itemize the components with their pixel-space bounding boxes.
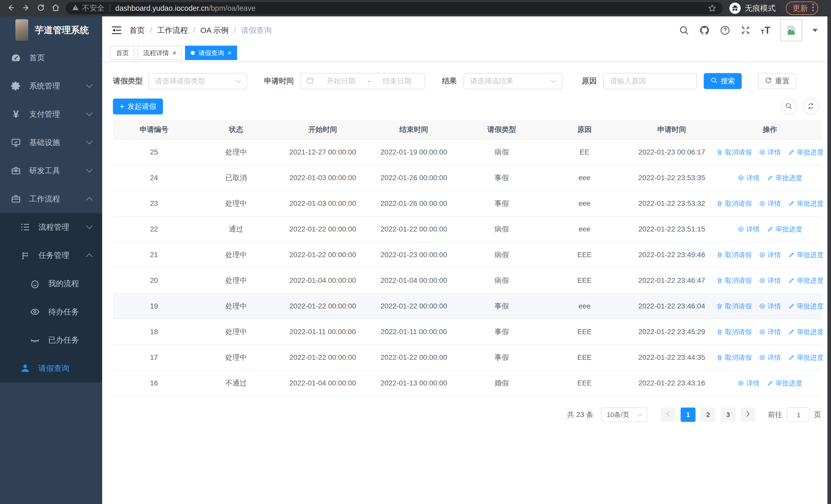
result-select[interactable]: 请选择流结果: [463, 73, 562, 89]
security-status[interactable]: 不安全: [72, 3, 105, 13]
refresh-table-button[interactable]: [803, 98, 819, 114]
sidebar-item-infrastructure[interactable]: 基础设施: [0, 128, 102, 156]
reset-button[interactable]: 重置: [758, 73, 796, 89]
action-cancel-link[interactable]: 取消请假: [716, 276, 752, 285]
action-detail-link[interactable]: 详情: [738, 225, 760, 234]
page-button-3[interactable]: 3: [721, 408, 736, 422]
action-progress-link[interactable]: 审批进度: [788, 353, 824, 362]
action-cancel-link[interactable]: 取消请假: [716, 353, 752, 362]
cell-end-time: 2022-01-11 00:00:00: [368, 328, 459, 336]
sidebar-item-process-mgmt[interactable]: 流程管理: [0, 213, 102, 241]
search-icon[interactable]: [679, 25, 689, 36]
help-icon[interactable]: [720, 25, 730, 36]
column-header: 操作: [719, 125, 821, 135]
tab-label: 流程详情: [143, 49, 169, 57]
action-progress-link[interactable]: 审批进度: [788, 276, 824, 285]
sidebar-item-payment[interactable]: ¥ 支付管理: [0, 100, 102, 128]
cell-start-time: 2022-01-03 00:00:00: [277, 199, 368, 208]
action-progress-link[interactable]: 审批进度: [788, 199, 824, 208]
sidebar-item-todo-tasks[interactable]: 待办任务: [0, 298, 102, 326]
breadcrumb-item[interactable]: OA 示例: [200, 25, 229, 36]
sidebar-item-my-process[interactable]: 我的流程: [0, 269, 102, 298]
sidebar-item-label: 工作流程: [29, 194, 60, 204]
sidebar-item-dev-tools[interactable]: 研发工具: [0, 156, 102, 185]
fullscreen-icon[interactable]: [740, 25, 751, 36]
action-progress-link[interactable]: 审批进度: [788, 327, 824, 336]
close-icon[interactable]: ×: [228, 50, 231, 56]
address-bar[interactable]: 不安全 dashboard.yudao.iocoder.cn/bpm/oa/le…: [66, 2, 723, 14]
action-progress-link[interactable]: 审批进度: [767, 174, 802, 182]
action-detail-link[interactable]: 详情: [759, 276, 781, 285]
action-detail-link[interactable]: 详情: [738, 174, 760, 182]
goto-page-input[interactable]: [787, 408, 810, 422]
cell-apply-time: 2022-01-22 23:51:15: [625, 225, 719, 233]
action-progress-link[interactable]: 审批进度: [767, 379, 802, 388]
tab-process-detail[interactable]: 流程详情 ×: [138, 46, 182, 60]
browser-back-button[interactable]: [4, 1, 19, 16]
action-progress-link[interactable]: 审批进度: [767, 225, 802, 234]
cancel-icon: [716, 303, 723, 309]
sidebar-item-system[interactable]: 系统管理: [0, 72, 102, 100]
search-button[interactable]: 搜索: [704, 73, 742, 89]
cell-reason: eee: [544, 199, 625, 208]
page-scrollbar[interactable]: [827, 17, 831, 504]
breadcrumb-item[interactable]: 工作流程: [157, 25, 188, 36]
cell-status: 处理中: [195, 250, 277, 260]
browser-menu-dots-icon[interactable]: [812, 4, 814, 13]
action-detail-link[interactable]: 详情: [759, 302, 781, 311]
sidebar-item-done-tasks[interactable]: 已办任务: [0, 326, 102, 354]
cancel-icon: [716, 328, 723, 335]
page-button-1[interactable]: 1: [681, 408, 695, 422]
column-header: 开始时间: [277, 125, 368, 135]
action-cancel-link[interactable]: 取消请假: [716, 327, 752, 336]
sidebar-item-task-mgmt[interactable]: 任务管理: [0, 241, 102, 269]
cell-status: 处理中: [195, 147, 277, 157]
update-button[interactable]: 更新: [786, 2, 818, 15]
action-detail-link[interactable]: 详情: [759, 250, 781, 260]
prev-page-button[interactable]: [661, 408, 676, 422]
action-detail-link[interactable]: 详情: [759, 148, 781, 157]
action-detail-link[interactable]: 详情: [759, 327, 781, 336]
column-header: 状态: [195, 125, 277, 135]
tab-leave-query[interactable]: 请假查询 ×: [185, 46, 237, 60]
close-icon[interactable]: ×: [172, 50, 176, 56]
action-progress-link[interactable]: 审批进度: [788, 148, 824, 157]
action-detail-link[interactable]: 详情: [759, 199, 781, 208]
broken-image-icon: [785, 24, 797, 36]
action-cancel-link[interactable]: 取消请假: [716, 302, 752, 311]
action-progress-link[interactable]: 审批进度: [788, 302, 824, 311]
cell-id: 19: [113, 302, 195, 310]
font-size-icon[interactable]: TT: [761, 25, 770, 35]
show-search-button[interactable]: [781, 98, 797, 114]
sidebar-collapse-icon[interactable]: [111, 26, 122, 35]
cell-start-time: 2022-01-04 00:00:00: [277, 379, 368, 387]
action-progress-link[interactable]: 审批进度: [788, 250, 824, 260]
github-icon[interactable]: [699, 25, 710, 36]
browser-forward-button[interactable]: [19, 1, 33, 16]
column-header: 请假类型: [459, 125, 544, 135]
create-leave-button[interactable]: + 发起请假: [113, 98, 163, 114]
avatar-caret-icon[interactable]: [812, 28, 818, 32]
next-page-button[interactable]: [741, 408, 755, 422]
bookmark-star-icon[interactable]: [708, 4, 717, 12]
browser-reload-button[interactable]: [33, 1, 48, 16]
action-cancel-link[interactable]: 取消请假: [716, 199, 752, 208]
apply-time-range-picker[interactable]: 开始日期 - 结束日期: [300, 73, 425, 89]
browser-home-button[interactable]: [48, 1, 63, 16]
avatar[interactable]: [780, 19, 802, 41]
sidebar-item-leave-query[interactable]: 请假查询: [0, 354, 102, 382]
breadcrumb-item[interactable]: 首页: [130, 25, 145, 36]
page-button-2[interactable]: 2: [700, 408, 716, 422]
leave-type-select[interactable]: 请选择请假类型: [148, 73, 247, 89]
action-detail-link[interactable]: 详情: [738, 379, 760, 388]
sidebar-item-home[interactable]: 首页: [0, 43, 102, 72]
progress-icon: [788, 251, 795, 258]
page-size-select[interactable]: 10条/页: [601, 408, 647, 422]
action-cancel-link[interactable]: 取消请假: [716, 250, 752, 260]
action-detail-link[interactable]: 详情: [759, 353, 781, 362]
sidebar-item-workflow[interactable]: 工作流程: [0, 185, 102, 213]
tab-home[interactable]: 首页: [110, 46, 135, 60]
action-cancel-link[interactable]: 取消请假: [716, 148, 752, 157]
column-header: 原因: [544, 125, 625, 135]
reason-input[interactable]: [605, 73, 695, 89]
